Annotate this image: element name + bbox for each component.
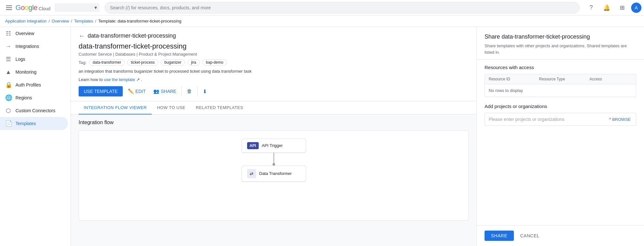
hamburger-icon [6, 5, 12, 10]
tag-buganizer[interactable]: buganizer [161, 59, 185, 66]
data-transformer-label: Data Transformer [259, 171, 292, 176]
template-description: an integration that transforms buganizer… [79, 68, 469, 75]
breadcrumb: Application Integration / Overview / Tem… [0, 15, 644, 27]
help-icon-button[interactable]: ? [585, 1, 598, 14]
search-bar [105, 2, 580, 14]
flow-node-data-transformer[interactable]: ⇄ Data Transformer [242, 166, 306, 182]
sidebar-label-overview: Overview [15, 31, 34, 36]
sidebar-label-auth-profiles: Auth Profiles [15, 82, 41, 87]
org-input-container: * BROWSE [485, 113, 636, 126]
sidebar-item-integrations[interactable]: → Integrations [0, 40, 68, 53]
sidebar-label-monitoring: Monitoring [15, 69, 36, 75]
flow-node-api-trigger[interactable]: API API Trigger [242, 139, 306, 153]
search-input[interactable] [105, 2, 580, 14]
template-categories: Customer Service | Databases | Product &… [79, 52, 469, 57]
breadcrumb-sep-2: / [71, 19, 72, 23]
resources-table-header: Resource ID Resource Type Access [485, 74, 636, 84]
sidebar-item-templates[interactable]: 📄 Templates [0, 117, 68, 130]
resources-table: Resource ID Resource Type Access No rows… [485, 74, 636, 97]
main-layout: ☷ Overview → Integrations ☰ Logs ▲ Monit… [0, 27, 644, 246]
tab-integration-flow-viewer[interactable]: INTEGRATION FLOW VIEWER [79, 101, 152, 114]
sidebar-label-templates: Templates [15, 121, 36, 126]
breadcrumb-sep-3: / [95, 19, 96, 23]
google-logo: Google Cloud [15, 4, 51, 12]
breadcrumb-application-integration[interactable]: Application Integration [5, 19, 47, 23]
tab-related-templates[interactable]: RELATED TEMPLATES [191, 101, 248, 114]
regions-icon: 🌐 [5, 94, 12, 101]
share-icon: 👥 [153, 88, 159, 94]
col-resource-id: Resource ID [485, 74, 535, 84]
edit-icon: ✏️ [128, 88, 134, 94]
share-footer: SHARE CANCEL [477, 225, 644, 246]
sidebar-label-logs: Logs [15, 57, 25, 62]
sidebar: ☷ Overview → Integrations ☰ Logs ▲ Monit… [0, 27, 71, 246]
avatar[interactable]: A [631, 3, 641, 13]
topbar: Google Cloud ▾ ? 🔔 ⊞ A [0, 0, 644, 15]
back-row: ← data-transformer-ticket-processing [79, 32, 469, 40]
cancel-button[interactable]: CANCEL [518, 231, 542, 241]
share-body: Resources with access Resource ID Resour… [477, 59, 644, 225]
apps-icon-button[interactable]: ⊞ [616, 1, 629, 14]
tag-ticket-process[interactable]: ticket-process [127, 59, 158, 66]
resources-table-body: No rows to display [485, 84, 636, 97]
download-button[interactable]: ⬇ [200, 86, 209, 97]
delete-button[interactable]: 🗑 [184, 86, 195, 97]
back-button[interactable]: ← [79, 32, 85, 40]
action-divider [181, 87, 182, 96]
resources-empty-message: No rows to display [485, 84, 636, 97]
tag-jira[interactable]: jira [187, 59, 200, 66]
integrations-icon: → [5, 43, 12, 50]
product-selector[interactable]: ▾ [54, 3, 100, 12]
templates-icon: 📄 [5, 120, 12, 127]
api-trigger-icon: API [247, 142, 259, 149]
api-trigger-label: API Trigger [262, 143, 283, 148]
tag-data-transformer[interactable]: data-transformer [89, 59, 125, 66]
share-submit-button[interactable]: SHARE [485, 231, 514, 241]
col-access: Access [586, 74, 636, 84]
action-divider-2 [197, 87, 197, 96]
main-panel: ← data-transformer-ticket-processing dat… [71, 27, 476, 246]
breadcrumb-current: Template: data-transformer-ticket-proces… [98, 19, 181, 23]
flow-title: Integration flow [79, 120, 469, 125]
sidebar-label-integrations: Integrations [15, 44, 39, 49]
tag-bap-demo[interactable]: bap-demo [202, 59, 227, 66]
sidebar-label-regions: Regions [15, 95, 32, 100]
learn-row: Learn how to use the template ↗ . [79, 77, 469, 82]
sidebar-item-regions[interactable]: 🌐 Regions [0, 91, 68, 104]
edit-button[interactable]: ✏️ EDIT [125, 86, 148, 97]
tag-label: Tag: [79, 60, 87, 65]
learn-link[interactable]: use the template [104, 77, 135, 82]
sidebar-item-overview[interactable]: ☷ Overview [0, 27, 68, 40]
sidebar-item-logs[interactable]: ☰ Logs [0, 53, 68, 66]
topbar-right: ? 🔔 ⊞ A [585, 1, 641, 14]
monitoring-icon: ▲ [5, 69, 12, 76]
sidebar-item-monitoring[interactable]: ▲ Monitoring [0, 66, 68, 78]
custom-connectors-icon: ⬡ [5, 107, 12, 114]
template-main-title: data-transformer-ticket-processing [79, 42, 469, 50]
breadcrumb-overview[interactable]: Overview [52, 19, 69, 23]
tab-how-to-use[interactable]: HOW TO USE [152, 101, 190, 114]
breadcrumb-templates[interactable]: Templates [74, 19, 93, 23]
org-input[interactable] [489, 117, 609, 122]
resources-section-title: Resources with access [485, 65, 636, 70]
menu-button[interactable] [3, 1, 15, 14]
sidebar-item-auth-profiles[interactable]: 🔒 Auth Profiles [0, 78, 68, 91]
notifications-icon-button[interactable]: 🔔 [600, 1, 613, 14]
content-area: ← data-transformer-ticket-processing dat… [71, 27, 644, 246]
sidebar-item-custom-connectors[interactable]: ⬡ Custom Connectors [0, 104, 68, 117]
chevron-down-icon: ▾ [94, 5, 97, 11]
flow-viewer: Integration flow API API Trigger ⇄ Data … [71, 114, 476, 226]
flow-canvas: API API Trigger ⇄ Data Transformer [79, 131, 469, 221]
share-button[interactable]: 👥 SHARE [151, 86, 179, 97]
share-panel: Share data-transformer-ticket-processing… [476, 27, 644, 246]
breadcrumb-sep-1: / [49, 19, 50, 23]
auth-profiles-icon: 🔒 [5, 81, 12, 88]
sidebar-label-custom-connectors: Custom Connectors [15, 108, 55, 113]
flow-dot-1 [273, 163, 275, 166]
use-template-button[interactable]: USE TEMPLATE [79, 86, 123, 96]
download-icon: ⬇ [203, 88, 207, 95]
browse-button[interactable]: BROWSE [611, 117, 632, 122]
add-section-title: Add projects or organizations [485, 104, 636, 109]
template-header: ← data-transformer-ticket-processing dat… [71, 27, 476, 101]
share-header: Share data-transformer-ticket-processing… [477, 27, 644, 59]
